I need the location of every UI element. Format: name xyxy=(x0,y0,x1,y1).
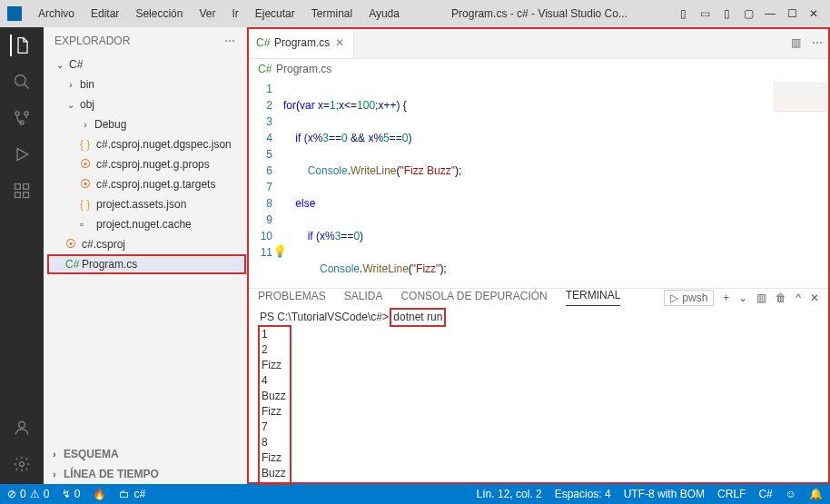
terminal-command: dotnet run xyxy=(391,310,444,325)
layout-bottom-icon[interactable]: ▭ xyxy=(696,5,714,23)
svg-point-9 xyxy=(20,462,25,467)
sidebar: EXPLORADOR ⋯ ⌄C# ›bin ⌄obj ›Debug { }c#.… xyxy=(44,27,247,484)
status-errors[interactable]: ⊘ 0 ⚠ 0 xyxy=(7,488,49,500)
tree-folder-obj[interactable]: ⌄obj xyxy=(47,94,246,114)
account-icon[interactable] xyxy=(11,417,33,439)
chevron-down-icon[interactable]: ⌄ xyxy=(738,292,747,304)
tab-program[interactable]: C# Program.cs ✕ xyxy=(247,27,354,58)
trash-icon[interactable]: 🗑 xyxy=(776,292,786,304)
tree-file-program[interactable]: C#Program.cs xyxy=(47,254,246,274)
menu-selection[interactable]: Selección xyxy=(128,4,190,24)
panel-tabs: PROBLEMAS SALIDA CONSOLA DE DEPURACIÓN T… xyxy=(247,289,830,306)
file-icon: ▫ xyxy=(80,218,93,231)
file-tree: ⌄C# ›bin ⌄obj ›Debug { }c#.csproj.nuget.… xyxy=(44,54,246,444)
svg-point-1 xyxy=(15,112,19,115)
extensions-icon[interactable] xyxy=(11,180,33,202)
svg-point-2 xyxy=(25,112,28,115)
vscode-logo-icon xyxy=(7,6,22,21)
menu-view[interactable]: Ver xyxy=(192,4,222,24)
code-editor[interactable]: 💡 1234567891011 for(var x=1;x<=100;x++) … xyxy=(247,79,830,288)
status-project[interactable]: 🗀 c# xyxy=(119,488,145,500)
minimize-button[interactable]: — xyxy=(761,5,779,23)
gear-icon[interactable] xyxy=(11,453,33,475)
json-icon: { } xyxy=(80,138,93,151)
status-feedback[interactable]: ☺ xyxy=(786,488,796,500)
menu-go[interactable]: Ir xyxy=(224,4,245,24)
shell-selector[interactable]: ▷pwsh xyxy=(664,290,714,306)
new-terminal-icon[interactable]: + xyxy=(723,292,729,304)
close-panel-icon[interactable]: ✕ xyxy=(810,292,819,304)
status-eol[interactable]: CRLF xyxy=(717,488,746,500)
activity-bar xyxy=(0,27,44,484)
status-flame[interactable]: 🔥 xyxy=(93,488,106,500)
maximize-panel-icon[interactable]: ^ xyxy=(795,292,801,304)
menu-terminal[interactable]: Terminal xyxy=(304,4,360,24)
status-lncol[interactable]: Lín. 12, col. 2 xyxy=(477,488,542,500)
code-content[interactable]: for(var x=1;x<=100;x++) { if (x%3==0 && … xyxy=(283,79,830,288)
tree-file[interactable]: ▫project.nuget.cache xyxy=(47,214,246,234)
editor-area: C# Program.cs ✕ ▥ ⋯ C# Program.cs 💡 1234… xyxy=(247,27,830,484)
tree-file[interactable]: ⦿c#.csproj.nuget.g.props xyxy=(47,154,246,174)
menu-help[interactable]: Ayuda xyxy=(361,4,407,24)
lightbulb-icon[interactable]: 💡 xyxy=(272,244,287,258)
layout-right-icon[interactable]: ▯ xyxy=(717,5,736,23)
svg-point-0 xyxy=(15,75,26,86)
panel-tab-output[interactable]: SALIDA xyxy=(344,290,383,306)
tree-file[interactable]: { }c#.csproj.nuget.dgspec.json xyxy=(47,134,246,154)
xml-icon: ⦿ xyxy=(80,178,93,191)
tree-root[interactable]: ⌄C# xyxy=(47,54,246,74)
layout-left-icon[interactable]: ▯ xyxy=(674,5,692,23)
close-tab-icon[interactable]: ✕ xyxy=(335,36,344,49)
timeline-section[interactable]: ›LÍNEA DE TIEMPO xyxy=(44,464,246,484)
tree-file[interactable]: ⦿c#.csproj.nuget.g.targets xyxy=(47,174,246,194)
panel-tab-terminal[interactable]: TERMINAL xyxy=(566,289,621,306)
source-control-icon[interactable] xyxy=(11,107,33,129)
tab-bar: C# Program.cs ✕ ▥ ⋯ xyxy=(247,27,830,59)
search-icon[interactable] xyxy=(11,71,33,93)
explorer-icon[interactable] xyxy=(10,35,32,56)
maximize-button[interactable]: ☐ xyxy=(783,5,801,23)
terminal[interactable]: PS C:\TutorialVSCode\c#> dotnet run 12Fi… xyxy=(247,306,830,487)
tree-file[interactable]: ⦿c#.csproj xyxy=(47,234,246,254)
breadcrumb[interactable]: C# Program.cs xyxy=(247,59,830,79)
svg-point-8 xyxy=(19,421,25,428)
menu-edit[interactable]: Editar xyxy=(84,4,126,24)
terminal-output: 12Fizz4BuzzFizz78FizzBuzz xyxy=(260,327,290,483)
menu-run[interactable]: Ejecutar xyxy=(248,4,302,24)
title-bar: Archivo Editar Selección Ver Ir Ejecutar… xyxy=(0,0,830,27)
tab-label: Program.cs xyxy=(274,36,330,49)
status-ports[interactable]: ↯ 0 xyxy=(62,488,80,500)
status-spaces[interactable]: Espacios: 4 xyxy=(555,488,611,500)
svg-rect-6 xyxy=(15,193,21,198)
status-bar: ⊘ 0 ⚠ 0 ↯ 0 🔥 🗀 c# Lín. 12, col. 2 Espac… xyxy=(0,484,830,504)
minimap[interactable] xyxy=(774,83,826,112)
panel-tab-debug[interactable]: CONSOLA DE DEPURACIÓN xyxy=(400,290,547,306)
close-button[interactable]: ✕ xyxy=(805,5,823,23)
more-icon[interactable]: ⋯ xyxy=(224,35,235,47)
terminal-prompt: PS C:\TutorialVSCode\c#> xyxy=(260,311,389,323)
status-encoding[interactable]: UTF-8 with BOM xyxy=(624,488,705,500)
svg-rect-4 xyxy=(15,184,21,190)
split-terminal-icon[interactable]: ▥ xyxy=(756,292,766,304)
xml-icon: ⦿ xyxy=(80,158,93,171)
bottom-panel: PROBLEMAS SALIDA CONSOLA DE DEPURACIÓN T… xyxy=(247,288,830,484)
status-bell[interactable]: 🔔 xyxy=(809,488,823,500)
run-debug-icon[interactable] xyxy=(11,143,33,165)
status-lang[interactable]: C# xyxy=(758,488,772,500)
tree-folder-bin[interactable]: ›bin xyxy=(47,74,246,94)
outline-section[interactable]: ›ESQUEMA xyxy=(44,444,246,464)
xml-icon: ⦿ xyxy=(65,238,78,251)
json-icon: { } xyxy=(80,198,93,211)
menu-file[interactable]: Archivo xyxy=(31,4,82,24)
csharp-icon: C# xyxy=(256,36,269,49)
svg-rect-7 xyxy=(24,193,29,198)
layout-custom-icon[interactable]: ▢ xyxy=(739,5,757,23)
csharp-icon: C# xyxy=(65,258,78,271)
tree-folder-debug[interactable]: ›Debug xyxy=(47,114,246,134)
csharp-icon: C# xyxy=(258,63,271,75)
split-editor-icon[interactable]: ▥ xyxy=(791,36,801,49)
panel-tab-problems[interactable]: PROBLEMAS xyxy=(258,290,326,306)
tree-file[interactable]: { }project.assets.json xyxy=(47,194,246,214)
more-icon[interactable]: ⋯ xyxy=(812,36,823,49)
window-title: Program.cs - c# - Visual Studio Co... xyxy=(409,7,670,20)
